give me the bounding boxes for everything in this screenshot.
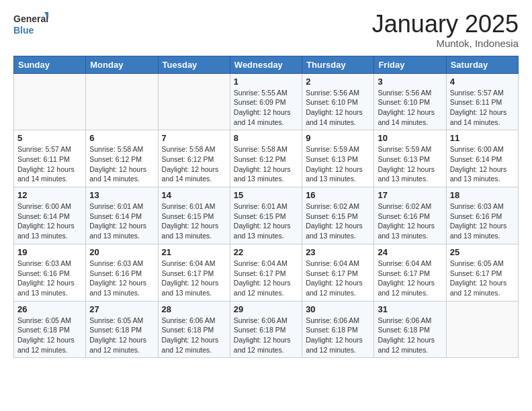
day-info: Sunrise: 6:03 AMSunset: 6:16 PMDaylight:… — [450, 201, 515, 241]
cell-week5-day6 — [446, 301, 518, 358]
day-number: 16 — [306, 190, 370, 200]
day-number: 12 — [17, 190, 82, 200]
cell-week2-day5: 10Sunrise: 5:59 AMSunset: 6:13 PMDayligh… — [374, 130, 446, 187]
day-number: 29 — [234, 304, 298, 314]
day-number: 25 — [450, 247, 515, 257]
svg-text:Blue: Blue — [13, 25, 34, 36]
day-info: Sunrise: 5:58 AMSunset: 6:12 PMDaylight:… — [89, 144, 154, 184]
header-tuesday: Tuesday — [158, 56, 230, 73]
header-saturday: Saturday — [446, 56, 518, 73]
header: General Blue January 2025 Muntok, Indone… — [13, 11, 519, 49]
day-info: Sunrise: 6:02 AMSunset: 6:16 PMDaylight:… — [378, 201, 442, 241]
cell-week4-day2: 21Sunrise: 6:04 AMSunset: 6:17 PMDayligh… — [158, 244, 230, 301]
cell-week1-day6: 4Sunrise: 5:57 AMSunset: 6:11 PMDaylight… — [446, 73, 518, 130]
day-info: Sunrise: 6:06 AMSunset: 6:18 PMDaylight:… — [234, 316, 298, 355]
day-number: 10 — [378, 133, 442, 143]
day-info: Sunrise: 6:04 AMSunset: 6:17 PMDaylight:… — [378, 259, 442, 298]
week-row-5: 26Sunrise: 6:05 AMSunset: 6:18 PMDayligh… — [14, 301, 519, 358]
cell-week5-day5: 31Sunrise: 6:06 AMSunset: 6:18 PMDayligh… — [374, 301, 446, 358]
week-row-3: 12Sunrise: 6:00 AMSunset: 6:14 PMDayligh… — [14, 187, 519, 244]
day-number: 24 — [378, 247, 442, 257]
cell-week2-day3: 8Sunrise: 5:58 AMSunset: 6:12 PMDaylight… — [230, 130, 302, 187]
cell-week1-day5: 3Sunrise: 5:56 AMSunset: 6:10 PMDaylight… — [374, 73, 446, 130]
day-number: 15 — [234, 190, 298, 200]
header-friday: Friday — [374, 56, 446, 73]
day-number: 6 — [89, 133, 154, 143]
day-number: 5 — [17, 133, 82, 143]
cell-week2-day1: 6Sunrise: 5:58 AMSunset: 6:12 PMDaylight… — [86, 130, 158, 187]
day-number: 4 — [450, 77, 515, 87]
day-info: Sunrise: 6:05 AMSunset: 6:17 PMDaylight:… — [450, 259, 515, 298]
day-number: 21 — [162, 247, 226, 257]
cell-week3-day1: 13Sunrise: 6:01 AMSunset: 6:14 PMDayligh… — [86, 187, 158, 244]
day-number: 23 — [306, 247, 370, 257]
day-info: Sunrise: 6:04 AMSunset: 6:17 PMDaylight:… — [234, 259, 298, 298]
day-info: Sunrise: 6:01 AMSunset: 6:15 PMDaylight:… — [162, 201, 226, 241]
day-info: Sunrise: 5:57 AMSunset: 6:11 PMDaylight:… — [450, 88, 515, 128]
day-number: 17 — [378, 190, 442, 200]
cell-week5-day0: 26Sunrise: 6:05 AMSunset: 6:18 PMDayligh… — [14, 301, 86, 358]
cell-week4-day5: 24Sunrise: 6:04 AMSunset: 6:17 PMDayligh… — [374, 244, 446, 301]
day-info: Sunrise: 6:02 AMSunset: 6:15 PMDaylight:… — [306, 201, 370, 241]
day-info: Sunrise: 6:00 AMSunset: 6:14 PMDaylight:… — [450, 144, 515, 184]
day-info: Sunrise: 6:04 AMSunset: 6:17 PMDaylight:… — [162, 259, 226, 298]
day-info: Sunrise: 6:06 AMSunset: 6:18 PMDaylight:… — [162, 316, 226, 355]
cell-week1-day3: 1Sunrise: 5:55 AMSunset: 6:09 PMDaylight… — [230, 73, 302, 130]
day-info: Sunrise: 6:01 AMSunset: 6:14 PMDaylight:… — [89, 201, 154, 241]
cell-week3-day6: 18Sunrise: 6:03 AMSunset: 6:16 PMDayligh… — [446, 187, 518, 244]
day-info: Sunrise: 5:58 AMSunset: 6:12 PMDaylight:… — [162, 144, 226, 184]
day-number: 14 — [162, 190, 226, 200]
cell-week5-day2: 28Sunrise: 6:06 AMSunset: 6:18 PMDayligh… — [158, 301, 230, 358]
calendar-table: SundayMondayTuesdayWednesdayThursdayFrid… — [13, 56, 519, 359]
day-number: 20 — [89, 247, 154, 257]
calendar-header-row: SundayMondayTuesdayWednesdayThursdayFrid… — [14, 56, 519, 73]
day-info: Sunrise: 6:06 AMSunset: 6:18 PMDaylight:… — [306, 316, 370, 355]
cell-week3-day4: 16Sunrise: 6:02 AMSunset: 6:15 PMDayligh… — [302, 187, 374, 244]
day-info: Sunrise: 6:05 AMSunset: 6:18 PMDaylight:… — [17, 316, 82, 355]
cell-week2-day4: 9Sunrise: 5:59 AMSunset: 6:13 PMDaylight… — [302, 130, 374, 187]
logo-svg: General Blue — [13, 11, 48, 38]
day-number: 22 — [234, 247, 298, 257]
cell-week4-day3: 22Sunrise: 6:04 AMSunset: 6:17 PMDayligh… — [230, 244, 302, 301]
cell-week3-day0: 12Sunrise: 6:00 AMSunset: 6:14 PMDayligh… — [14, 187, 86, 244]
header-monday: Monday — [86, 56, 158, 73]
logo: General Blue — [13, 11, 48, 38]
day-number: 8 — [234, 133, 298, 143]
day-info: Sunrise: 5:57 AMSunset: 6:11 PMDaylight:… — [17, 144, 82, 184]
cell-week3-day3: 15Sunrise: 6:01 AMSunset: 6:15 PMDayligh… — [230, 187, 302, 244]
day-number: 18 — [450, 190, 515, 200]
day-number: 1 — [234, 77, 298, 87]
day-number: 3 — [378, 77, 442, 87]
day-number: 26 — [17, 304, 82, 314]
day-number: 19 — [17, 247, 82, 257]
cell-week4-day0: 19Sunrise: 6:03 AMSunset: 6:16 PMDayligh… — [14, 244, 86, 301]
day-info: Sunrise: 6:03 AMSunset: 6:16 PMDaylight:… — [89, 259, 154, 298]
day-info: Sunrise: 5:56 AMSunset: 6:10 PMDaylight:… — [306, 88, 370, 128]
cell-week3-day5: 17Sunrise: 6:02 AMSunset: 6:16 PMDayligh… — [374, 187, 446, 244]
cell-week1-day0 — [14, 73, 86, 130]
location: Muntok, Indonesia — [372, 38, 519, 49]
cell-week5-day1: 27Sunrise: 6:05 AMSunset: 6:18 PMDayligh… — [86, 301, 158, 358]
calendar-page: General Blue January 2025 Muntok, Indone… — [0, 0, 532, 411]
day-info: Sunrise: 5:55 AMSunset: 6:09 PMDaylight:… — [234, 88, 298, 128]
day-info: Sunrise: 5:58 AMSunset: 6:12 PMDaylight:… — [234, 144, 298, 184]
cell-week4-day4: 23Sunrise: 6:04 AMSunset: 6:17 PMDayligh… — [302, 244, 374, 301]
cell-week2-day0: 5Sunrise: 5:57 AMSunset: 6:11 PMDaylight… — [14, 130, 86, 187]
week-row-2: 5Sunrise: 5:57 AMSunset: 6:11 PMDaylight… — [14, 130, 519, 187]
cell-week1-day2 — [158, 73, 230, 130]
day-number: 11 — [450, 133, 515, 143]
day-number: 27 — [89, 304, 154, 314]
day-info: Sunrise: 6:03 AMSunset: 6:16 PMDaylight:… — [17, 259, 82, 298]
header-sunday: Sunday — [14, 56, 86, 73]
day-info: Sunrise: 5:56 AMSunset: 6:10 PMDaylight:… — [378, 88, 442, 128]
day-info: Sunrise: 6:06 AMSunset: 6:18 PMDaylight:… — [378, 316, 442, 355]
cell-week5-day4: 30Sunrise: 6:06 AMSunset: 6:18 PMDayligh… — [302, 301, 374, 358]
day-info: Sunrise: 6:01 AMSunset: 6:15 PMDaylight:… — [234, 201, 298, 241]
week-row-1: 1Sunrise: 5:55 AMSunset: 6:09 PMDaylight… — [14, 73, 519, 130]
header-wednesday: Wednesday — [230, 56, 302, 73]
day-number: 7 — [162, 133, 226, 143]
month-title: January 2025 — [372, 11, 519, 38]
svg-text:General: General — [13, 13, 48, 24]
day-number: 30 — [306, 304, 370, 314]
cell-week4-day1: 20Sunrise: 6:03 AMSunset: 6:16 PMDayligh… — [86, 244, 158, 301]
